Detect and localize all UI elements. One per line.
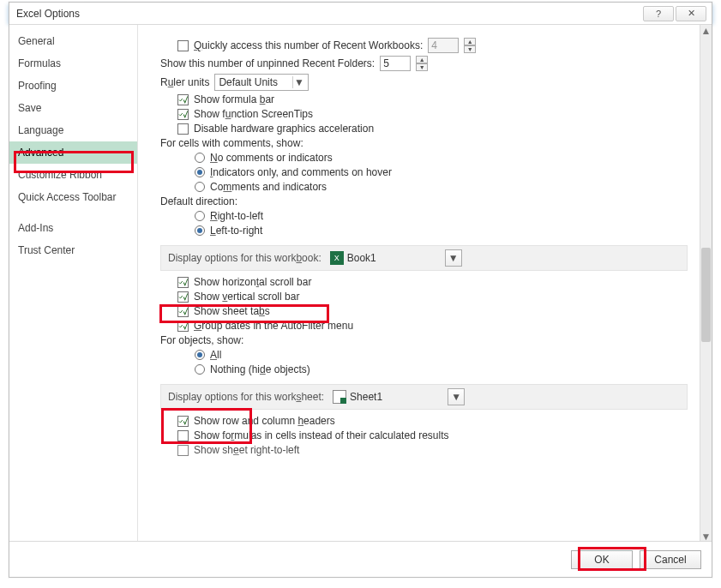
worksheet-section: Display options for this worksheet: Shee… bbox=[160, 384, 688, 410]
sidebar-item-label: Save bbox=[18, 102, 41, 114]
unpinned-folders-row: Show this number of unpinned Recent Fold… bbox=[160, 56, 688, 71]
sidebar-item-label: Customize Ribbon bbox=[18, 169, 102, 181]
worksheet-dropdown[interactable]: ▼ bbox=[448, 388, 465, 405]
show-formula-bar-checkbox[interactable] bbox=[177, 94, 189, 105]
group-dates-checkbox[interactable] bbox=[177, 321, 189, 332]
comments-indicators-label: Indicators only, and comments on hover bbox=[210, 166, 392, 178]
rowcol-headers-checkbox[interactable] bbox=[177, 416, 189, 427]
show-formulas-label: Show formulas in cells instead of their … bbox=[194, 429, 448, 441]
sidebar-item-addins[interactable]: Add-Ins bbox=[9, 217, 137, 239]
chevron-down-icon: ▼ bbox=[292, 76, 304, 88]
chevron-down-icon: ▼ bbox=[451, 391, 461, 403]
ruler-units-combo[interactable]: Default Units▼ bbox=[214, 74, 309, 91]
cancel-label: Cancel bbox=[654, 554, 686, 566]
sheet-tabs-checkbox[interactable] bbox=[177, 306, 189, 317]
show-formula-bar-label: Show formula bar bbox=[194, 93, 274, 105]
rtl-radio[interactable] bbox=[195, 211, 205, 221]
sidebar-item-label: General bbox=[18, 35, 55, 47]
sidebar-item-label: Formulas bbox=[18, 57, 61, 69]
objects-heading: For objects, show: bbox=[160, 334, 243, 346]
help-button[interactable]: ? bbox=[643, 6, 674, 21]
disable-hw-label: Disable hardware graphics acceleration bbox=[194, 123, 374, 135]
dialog-footer: OK Cancel bbox=[9, 541, 712, 577]
close-icon: ✕ bbox=[688, 8, 695, 19]
objects-all-radio[interactable] bbox=[195, 350, 205, 360]
unpinned-folders-value[interactable]: 5 bbox=[380, 56, 411, 71]
unpinned-folders-label: Show this number of unpinned Recent Fold… bbox=[160, 57, 375, 69]
worksheet-name: Sheet1 bbox=[350, 391, 444, 403]
ok-button[interactable]: OK bbox=[571, 550, 633, 569]
rowcol-headers-label: Show row and column headers bbox=[194, 415, 335, 427]
dialog-title: Excel Options bbox=[16, 8, 641, 20]
objects-hide-radio[interactable] bbox=[195, 364, 205, 375]
comments-none-radio[interactable] bbox=[195, 153, 205, 163]
hscroll-checkbox[interactable] bbox=[177, 277, 189, 288]
options-panel: Show this number of Recent Workbooks: Qu… bbox=[138, 25, 700, 543]
cancel-button[interactable]: Cancel bbox=[640, 550, 701, 569]
sheet-tabs-label: Show sheet tabs bbox=[194, 305, 270, 317]
sidebar-item-general[interactable]: General bbox=[9, 30, 137, 52]
show-formulas-checkbox[interactable] bbox=[177, 430, 189, 441]
workbook-dropdown[interactable]: ▼ bbox=[445, 249, 462, 267]
sidebar-item-label: Add-Ins bbox=[18, 222, 53, 234]
ok-label: OK bbox=[594, 554, 609, 566]
quick-access-spinner[interactable]: ▲▼ bbox=[464, 38, 476, 53]
close-button[interactable]: ✕ bbox=[676, 6, 706, 21]
sidebar-item-label: Advanced bbox=[18, 147, 63, 159]
scroll-up-arrow[interactable]: ▲ bbox=[700, 25, 712, 37]
comments-both-label: Comments and indicators bbox=[210, 181, 327, 193]
sidebar-item-advanced[interactable]: Advanced bbox=[9, 141, 137, 164]
chevron-down-icon: ▼ bbox=[448, 252, 459, 264]
vscroll-label: Show vertical scroll bar bbox=[194, 291, 299, 303]
sidebar-item-formulas[interactable]: Formulas bbox=[9, 52, 137, 75]
sidebar-item-save[interactable]: Save bbox=[9, 97, 137, 119]
vertical-scrollbar[interactable]: ▲ ▼ bbox=[700, 25, 712, 543]
hscroll-label: Show horizontal scroll bar bbox=[194, 276, 311, 288]
quick-access-label: Quickly access this number of Recent Wor… bbox=[194, 39, 423, 51]
rtl-label: Right-to-left bbox=[210, 210, 263, 222]
comments-none-label: No comments or indicators bbox=[210, 152, 333, 164]
ltr-label: Left-to-right bbox=[210, 225, 262, 237]
default-direction-heading: Default direction: bbox=[160, 195, 237, 207]
disable-hw-checkbox[interactable] bbox=[177, 123, 189, 135]
worksheet-section-title: Display options for this worksheet: bbox=[168, 391, 324, 403]
sidebar-item-quick-access[interactable]: Quick Access Toolbar bbox=[9, 186, 137, 208]
quick-access-checkbox[interactable] bbox=[177, 40, 189, 51]
comments-indicators-radio[interactable] bbox=[195, 167, 205, 177]
ruler-units-row: Ruler units Default Units▼ bbox=[160, 74, 688, 91]
objects-all-label: All bbox=[210, 349, 221, 361]
sidebar-item-label: Trust Center bbox=[18, 244, 75, 256]
show-screentips-label: Show function ScreenTips bbox=[194, 108, 313, 120]
sidebar-item-trust-center[interactable]: Trust Center bbox=[9, 239, 137, 261]
ltr-radio[interactable] bbox=[195, 225, 205, 236]
comments-both-radio[interactable] bbox=[195, 182, 205, 192]
sidebar-item-label: Proofing bbox=[18, 80, 57, 92]
quick-access-row: Quickly access this number of Recent Wor… bbox=[160, 38, 688, 53]
show-screentips-checkbox[interactable] bbox=[177, 109, 189, 120]
excel-options-dialog: Excel Options ? ✕ General Formulas Proof… bbox=[9, 2, 712, 578]
sheet-rtl-checkbox[interactable] bbox=[177, 445, 189, 456]
unpinned-folders-spinner[interactable]: ▲▼ bbox=[416, 56, 428, 71]
ruler-units-label: Ruler units bbox=[160, 76, 209, 88]
sidebar-item-customize-ribbon[interactable]: Customize Ribbon bbox=[9, 164, 137, 186]
titlebar: Excel Options ? ✕ bbox=[9, 3, 712, 25]
vscroll-checkbox[interactable] bbox=[177, 291, 189, 303]
workbook-section: Display options for this workbook: X Boo… bbox=[160, 245, 688, 271]
sidebar-item-label: Language bbox=[18, 124, 63, 136]
sheet-icon bbox=[333, 390, 346, 404]
quick-access-value: 4 bbox=[428, 38, 459, 53]
workbook-section-title: Display options for this workbook: bbox=[168, 252, 321, 264]
sheet-rtl-label: Show sheet right-to-left bbox=[194, 444, 299, 456]
sidebar: General Formulas Proofing Save Language … bbox=[9, 25, 138, 543]
comments-heading: For cells with comments, show: bbox=[160, 137, 303, 149]
workbook-name: Book1 bbox=[347, 252, 442, 264]
cutoff-row: Show this number of Recent Workbooks: bbox=[160, 25, 688, 35]
objects-hide-label: Nothing (hide objects) bbox=[210, 363, 310, 375]
group-dates-label: Group dates in the AutoFilter menu bbox=[194, 320, 353, 332]
sidebar-item-language[interactable]: Language bbox=[9, 119, 137, 141]
excel-icon: X bbox=[330, 251, 344, 265]
help-icon: ? bbox=[656, 9, 661, 19]
sidebar-item-proofing[interactable]: Proofing bbox=[9, 75, 137, 97]
scroll-thumb[interactable] bbox=[701, 248, 711, 342]
sidebar-item-label: Quick Access Toolbar bbox=[18, 191, 117, 203]
